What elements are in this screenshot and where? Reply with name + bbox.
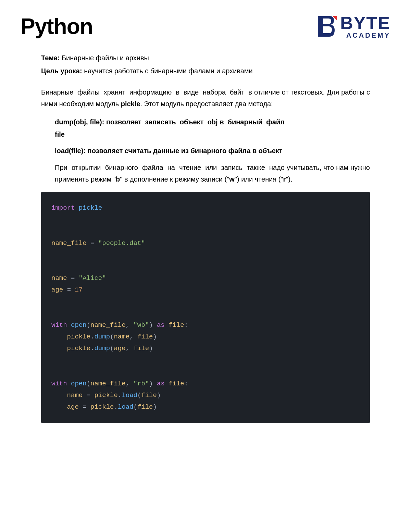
code-empty-7 [51, 354, 360, 366]
page-title: Python [21, 14, 93, 39]
code-line-9: name = pickle.load(file) [51, 389, 360, 401]
code-line-10: age = pickle.load(file) [51, 401, 360, 413]
code-line-8: with open(name_file, "rb") as file: [51, 378, 360, 389]
logo: BYTE ACADEMY [316, 14, 390, 39]
topic-section: Тема: Бинарные файлы и архивы Цель урока… [41, 53, 370, 76]
code-line-1: import pickle [51, 202, 360, 214]
method1-section: dump(obj, file): позволяет записать объе… [41, 116, 370, 140]
code-line-5: with open(name_file, "wb") as file: [51, 319, 360, 331]
code-empty-2 [51, 225, 360, 237]
code-empty-5 [51, 296, 360, 308]
method2-section: load(file): позволяет считать данные из … [41, 145, 370, 156]
logo-byte-text: BYTE [340, 14, 390, 32]
goal-value: научится работать с бинарными фалами и а… [82, 67, 253, 75]
topic-line: Тема: Бинарные файлы и архивы [41, 53, 370, 63]
code-empty-3 [51, 249, 360, 261]
code-line-4: age = 17 [51, 284, 360, 296]
goal-line: Цель урока: научится работать с бинарным… [41, 66, 370, 76]
code-empty-4 [51, 261, 360, 272]
code-block: import pickle name_file = "people.dat" n… [41, 192, 370, 423]
goal-label: Цель урока: [41, 67, 82, 75]
method2-title: load(file): позволяет считать данные из … [55, 145, 370, 156]
code-line-3: name = "Alice" [51, 272, 360, 284]
code-empty-8 [51, 366, 360, 378]
page-header: Python BYTE ACADEMY [21, 14, 390, 39]
topic-value: Бинарные файлы и архивы [60, 54, 149, 62]
logo-academy-text: ACADEMY [340, 32, 390, 39]
intro-text: Бинарные файлы хранят информацию в виде … [41, 86, 370, 110]
code-line-7: pickle.dump(age, file) [51, 343, 360, 354]
svg-rect-0 [318, 16, 321, 37]
code-line-6: pickle.dump(name, file) [51, 331, 360, 343]
code-empty-1 [51, 214, 360, 225]
topic-label: Тема: [41, 54, 60, 62]
logo-text: BYTE ACADEMY [340, 14, 390, 39]
note-text: При открытии бинарного файла на чтение и… [41, 162, 370, 185]
method1-title: dump(obj, file): позволяет записать объе… [55, 116, 370, 127]
method1-file: file [55, 129, 370, 140]
code-line-2: name_file = "people.dat" [51, 237, 360, 249]
code-empty-6 [51, 308, 360, 319]
logo-icon [316, 14, 337, 38]
main-content: Тема: Бинарные файлы и архивы Цель урока… [21, 53, 390, 423]
